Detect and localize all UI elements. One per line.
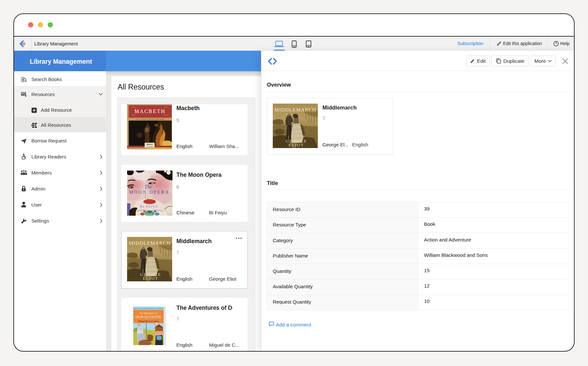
svg-text:~ JAICO ILLUSTRATED CLASSICS ~: ~ JAICO ILLUSTRATED CLASSICS ~ xyxy=(131,308,165,309)
svg-text:MOON OPERA: MOON OPERA xyxy=(129,190,170,195)
svg-text:WILLIAM SHAKESPEARE: WILLIAM SHAKESPEARE xyxy=(136,118,165,120)
svg-text:BI FEIYU: BI FEIYU xyxy=(140,205,158,208)
svg-text:Miguel De Cervantes: Miguel De Cervantes xyxy=(138,320,159,323)
svg-text:DON QUIXOTE: DON QUIXOTE xyxy=(136,315,161,319)
svg-text:MIDDLEMARCH: MIDDLEMARCH xyxy=(129,240,171,246)
svg-text:The Adventures of: The Adventures of xyxy=(139,312,157,315)
svg-text:MAPLE: MAPLE xyxy=(146,143,153,145)
svg-text:The: The xyxy=(144,184,152,190)
svg-text:MIDDLEMARCH: MIDDLEMARCH xyxy=(274,107,316,112)
svg-text:?: ? xyxy=(555,42,557,45)
svg-text:ELIOT: ELIOT xyxy=(143,276,158,281)
svg-text:CLASSICS: CLASSICS xyxy=(146,146,154,148)
svg-text:ELIOT: ELIOT xyxy=(288,142,304,147)
svg-text:MACBETH: MACBETH xyxy=(134,108,166,114)
